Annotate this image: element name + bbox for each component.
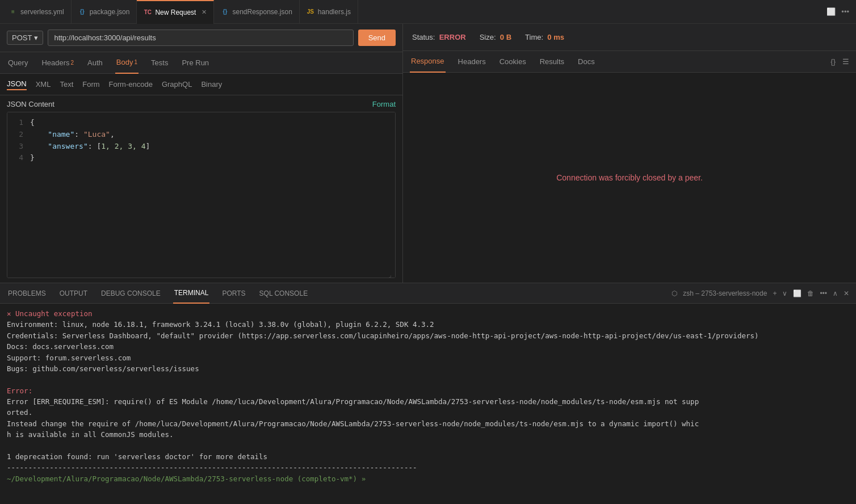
body-tab-xml[interactable]: XML	[36, 79, 51, 90]
method-chevron-icon: ▾	[34, 33, 38, 42]
more-actions-icon[interactable]: •••	[841, 7, 849, 16]
left-panel: POST ▾ Send Query Headers2 Auth Body1 Te…	[0, 24, 403, 283]
terminal-shell-icon: ⬡	[672, 289, 677, 297]
tc-icon: TC	[144, 9, 152, 16]
tab-handlers-js[interactable]: JS handlers.js	[300, 0, 358, 24]
body-tab-form-encode[interactable]: Form-encode	[109, 79, 153, 90]
method-value: POST	[12, 33, 32, 42]
terminal-content: ✕ Uncaught exception Environment: linux,…	[0, 304, 856, 504]
code-editor[interactable]: 1 { 2 "name": "Luca", 3 "answers": [1, 2…	[7, 112, 396, 278]
code-line-2: 2 "name": "Luca",	[12, 129, 391, 141]
code-line-3: 3 "answers": [1, 2, 3, 4]	[12, 141, 391, 153]
right-panel: Status: ERROR Size: 0 B Time: 0 ms Respo…	[403, 24, 856, 283]
terminal-split-icon[interactable]: ⬜	[793, 289, 802, 297]
terminal-line-instead: Instead change the require of /home/luca…	[7, 418, 849, 440]
json-icon-send: {}	[221, 8, 229, 16]
json-icon-pkg: {}	[78, 8, 86, 16]
terminal-shell-label: zsh – 2753-serverless-node	[683, 289, 767, 297]
tab-pre-run[interactable]: Pre Run	[181, 52, 210, 74]
resp-tab-results[interactable]: Results	[539, 51, 565, 73]
terminal-close-icon[interactable]: ✕	[844, 289, 849, 297]
terminal-add-icon[interactable]: +	[773, 289, 777, 297]
tab-close-icon[interactable]: ✕	[202, 9, 207, 16]
terminal-trash-icon[interactable]: 🗑	[807, 289, 814, 297]
tab-label-send-response-json: sendResponse.json	[232, 8, 292, 16]
resp-tab-cookies[interactable]: Cookies	[498, 51, 527, 73]
json-content-label: JSON Content	[7, 100, 54, 108]
format-button[interactable]: Format	[372, 100, 396, 108]
terminal-line-prompt: ~/Development/Alura/Programacao/Node/AWS…	[7, 473, 849, 484]
terminal-line-3: Credentials: Serverless Dashboard, "defa…	[7, 330, 849, 341]
terminal-line-4: Docs: docs.serverless.com	[7, 341, 849, 352]
js-icon: JS	[307, 8, 314, 16]
tab-body[interactable]: Body1	[115, 52, 139, 74]
tab-bar: ≡ serverless.yml {} package.json TC New …	[0, 0, 856, 24]
terminal-tab-ports[interactable]: PORTS	[221, 283, 246, 304]
body-badge: 1	[135, 59, 138, 65]
tab-new-request[interactable]: TC New Request ✕	[137, 0, 214, 24]
url-input[interactable]	[48, 30, 353, 46]
terminal-more-icon[interactable]: •••	[820, 289, 827, 297]
terminal-line-err-detail: Error [ERR_REQUIRE_ESM]: require() of ES…	[7, 396, 849, 418]
main-area: POST ▾ Send Query Headers2 Auth Body1 Te…	[0, 24, 856, 283]
response-body: Connection was forcibly closed by a peer…	[403, 73, 856, 283]
request-tabs: Query Headers2 Auth Body1 Tests Pre Run	[0, 52, 402, 74]
terminal-tab-problems[interactable]: PROBLEMS	[7, 283, 47, 304]
terminal-tab-terminal[interactable]: TERMINAL	[173, 283, 210, 304]
terminal-tab-debug[interactable]: DEBUG CONSOLE	[100, 283, 162, 304]
tab-label-handlers-js: handlers.js	[318, 8, 351, 16]
tab-package-json[interactable]: {} package.json	[72, 0, 137, 24]
terminal-line-1: ✕ Uncaught exception	[7, 308, 849, 319]
tab-auth[interactable]: Auth	[86, 52, 104, 74]
response-tabs: Response Headers Cookies Results Docs {}…	[403, 51, 856, 73]
status-value: ERROR	[439, 33, 466, 41]
headers-badge: 2	[71, 60, 74, 66]
resp-tab-docs[interactable]: Docs	[577, 51, 596, 73]
terminal-tab-output[interactable]: OUTPUT	[58, 283, 89, 304]
terminal-line-deprecation: 1 deprecation found: run 'serverless doc…	[7, 451, 849, 462]
size-value: 0 B	[500, 33, 511, 41]
body-tab-graphql[interactable]: GraphQL	[162, 79, 192, 90]
tab-headers[interactable]: Headers2	[40, 52, 75, 74]
json-section: JSON Content Format 1 { 2 "name": "Luca"…	[0, 95, 402, 283]
body-tab-text[interactable]: Text	[60, 79, 73, 90]
body-tab-binary[interactable]: Binary	[201, 79, 222, 90]
send-button[interactable]: Send	[358, 30, 396, 46]
braces-icon[interactable]: {}	[830, 57, 836, 66]
split-editor-icon[interactable]: ⬜	[826, 7, 836, 16]
terminal-line-separator: ----------------------------------------…	[7, 462, 849, 473]
terminal-up-icon[interactable]: ∧	[833, 289, 838, 297]
bottom-panel: PROBLEMS OUTPUT DEBUG CONSOLE TERMINAL P…	[0, 283, 856, 504]
resp-tab-right-actions: {} ☰	[830, 57, 849, 66]
code-line-1: 1 {	[12, 117, 391, 129]
menu-icon[interactable]: ☰	[842, 57, 849, 66]
terminal-line-error: Error:	[7, 385, 849, 396]
tab-tests[interactable]: Tests	[150, 52, 169, 74]
tab-serverless-yml[interactable]: ≡ serverless.yml	[2, 0, 72, 24]
body-type-tabs: JSON XML Text Form Form-encode GraphQL B…	[0, 74, 402, 95]
tab-label-package-json: package.json	[90, 8, 130, 16]
time-value: 0 ms	[547, 33, 564, 41]
method-select[interactable]: POST ▾	[7, 31, 43, 45]
terminal-tab-sql[interactable]: SQL CONSOLE	[258, 283, 309, 304]
body-tab-json[interactable]: JSON	[7, 78, 27, 90]
time-label: Time: 0 ms	[525, 33, 564, 41]
tab-label-new-request: New Request	[155, 9, 196, 16]
url-bar: POST ▾ Send	[0, 24, 402, 52]
terminal-chevron-icon[interactable]: ∨	[782, 289, 787, 297]
terminal-line-6: Bugs: github.com/serverless/serverless/i…	[7, 363, 849, 374]
yaml-icon: ≡	[9, 8, 17, 16]
terminal-tab-right: ⬡ zsh – 2753-serverless-node + ∨ ⬜ 🗑 •••…	[672, 289, 849, 297]
tab-bar-actions: ⬜ •••	[826, 7, 854, 16]
status-label: Status: ERROR	[412, 33, 466, 41]
body-tab-form[interactable]: Form	[82, 79, 99, 90]
tab-send-response-json[interactable]: {} sendResponse.json	[214, 0, 299, 24]
terminal-line-2: Environment: linux, node 16.18.1, framew…	[7, 319, 849, 330]
resp-tab-response[interactable]: Response	[410, 51, 446, 73]
tab-query[interactable]: Query	[7, 52, 29, 74]
resize-handle[interactable]: ⌟	[388, 271, 394, 276]
resp-tab-headers[interactable]: Headers	[457, 51, 487, 73]
tab-label-serverless-yml: serverless.yml	[20, 8, 64, 16]
error-message: Connection was forcibly closed by a peer…	[556, 173, 703, 182]
code-line-4: 4 }	[12, 152, 391, 164]
